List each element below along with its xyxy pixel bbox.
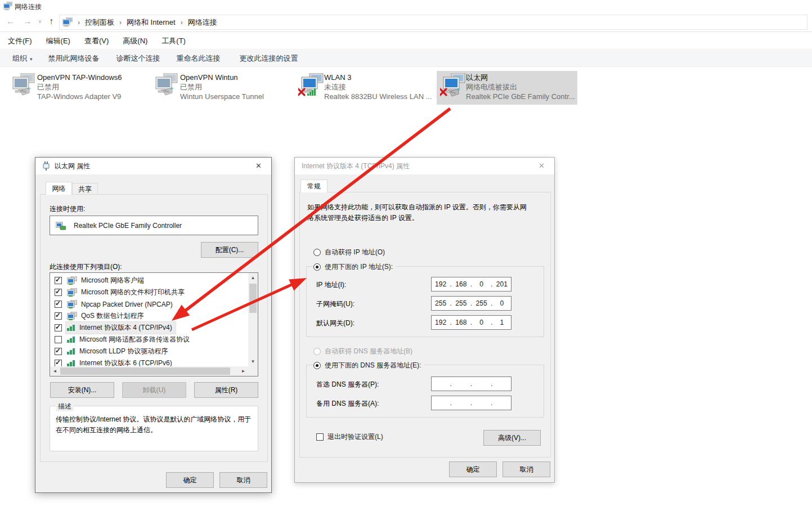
breadcrumb-network-connections[interactable]: 网络连接 bbox=[188, 17, 217, 28]
change-settings-button[interactable]: 更改此连接的设置 bbox=[240, 53, 298, 64]
subnet-mask-field[interactable]: 255.255.255.0 bbox=[431, 296, 512, 311]
adapter-device: Realtek 8832BU Wireless LAN ... bbox=[324, 92, 432, 101]
adapter-disabled-icon bbox=[151, 71, 180, 105]
checkbox[interactable] bbox=[316, 433, 324, 441]
advanced-button[interactable]: 高级(V)... bbox=[483, 430, 541, 446]
tab-general[interactable]: 常规 bbox=[300, 180, 328, 192]
tab-sharing[interactable]: 共享 bbox=[72, 183, 98, 195]
checkbox[interactable] bbox=[55, 277, 62, 284]
vertical-scrollbar[interactable]: ▲ ▼ bbox=[248, 273, 258, 366]
close-icon[interactable]: ✕ bbox=[246, 158, 271, 174]
ok-button[interactable]: 确定 bbox=[449, 461, 497, 477]
checkbox[interactable] bbox=[55, 360, 62, 366]
rename-connection-button[interactable]: 重命名此连接 bbox=[177, 53, 221, 64]
preferred-dns-field[interactable]: ... bbox=[431, 376, 512, 391]
cancel-button[interactable]: 取消 bbox=[503, 461, 550, 477]
scrollbar-thumb[interactable] bbox=[60, 367, 230, 375]
dialog-titlebar: Internet 协议版本 4 (TCP/IPv4) 属性 bbox=[295, 158, 554, 174]
scroll-left-icon[interactable]: ◄ bbox=[50, 366, 60, 376]
adapter-openvpn-wintun[interactable]: OpenVPN Wintun 已禁用 Wintun Userspace Tunn… bbox=[151, 71, 291, 105]
adapter-device: TAP-Windows Adapter V9 bbox=[37, 92, 122, 101]
cancel-button[interactable]: 取消 bbox=[219, 472, 267, 488]
diagnose-connection-button[interactable]: 诊断这个连接 bbox=[116, 53, 160, 64]
menu-edit[interactable]: 编辑(E) bbox=[44, 35, 73, 47]
install-button[interactable]: 安装(N)... bbox=[50, 382, 114, 398]
menu-advanced[interactable]: 高级(N) bbox=[120, 35, 150, 47]
radio-icon[interactable] bbox=[313, 362, 321, 369]
ok-button[interactable]: 确定 bbox=[166, 472, 214, 488]
horizontal-scrollbar[interactable]: ◄ ► bbox=[50, 366, 248, 376]
list-item[interactable]: Microsoft 网络的文件和打印机共享 bbox=[50, 286, 248, 298]
ip-address-field[interactable]: 192.168.0.201 bbox=[431, 277, 512, 292]
uninstall-button: 卸载(U) bbox=[122, 382, 186, 398]
alternate-dns-label: 备用 DNS 服务器(A): bbox=[316, 399, 379, 409]
radio-auto-ip[interactable]: 自动获得 IP 地址(O) bbox=[313, 248, 385, 257]
radio-icon[interactable] bbox=[313, 263, 321, 271]
intro-text: 如果网络支持此功能，则可以获取自动指派的 IP 设置。否则，你需要从网络系统管理… bbox=[307, 202, 532, 223]
adapter-status: 网络电缆被拔出 bbox=[466, 82, 575, 92]
adapter-wlan3[interactable]: WLAN 3 未连接 Realtek 8832BU Wireless LAN .… bbox=[295, 71, 436, 105]
adapter-name: OpenVPN Wintun bbox=[180, 73, 264, 82]
list-item[interactable]: Microsoft 网络客户端 bbox=[50, 275, 248, 286]
checkbox[interactable] bbox=[55, 289, 62, 296]
description-label: 描述 bbox=[56, 402, 74, 411]
scroll-right-icon[interactable]: ► bbox=[239, 366, 248, 376]
organize-dropdown[interactable]: 组织 bbox=[12, 53, 33, 64]
dialog-titlebar: 以太网 属性 bbox=[35, 158, 271, 174]
checkbox[interactable] bbox=[55, 348, 62, 355]
tab-network[interactable]: 网络 bbox=[46, 182, 72, 195]
network-client-icon bbox=[67, 276, 77, 285]
validate-settings-checkbox[interactable]: 退出时验证设置(L) bbox=[316, 432, 383, 442]
scroll-up-icon[interactable]: ▲ bbox=[248, 273, 258, 283]
checkbox[interactable] bbox=[55, 312, 62, 320]
adapter-openvpn-tap[interactable]: OpenVPN TAP-Windows6 已禁用 TAP-Windows Ada… bbox=[8, 71, 149, 105]
menu-file[interactable]: 文件(F) bbox=[6, 35, 34, 47]
breadcrumb-control-panel[interactable]: 控制面板 bbox=[85, 17, 114, 28]
address-bar[interactable]: › 控制面板 › 网络和 Internet › 网络连接 bbox=[59, 15, 807, 30]
protocol-icon bbox=[67, 360, 75, 366]
checkbox[interactable] bbox=[55, 301, 62, 308]
list-item-ipv4[interactable]: Internet 协议版本 4 (TCP/IPv4) bbox=[50, 322, 248, 334]
menu-tools[interactable]: 工具(T) bbox=[159, 35, 188, 47]
breadcrumb-network-internet[interactable]: 网络和 Internet bbox=[127, 17, 176, 28]
breadcrumb-chevron-icon: › bbox=[176, 19, 188, 26]
radio-use-ip[interactable]: 使用下面的 IP 地址(S): bbox=[313, 262, 396, 272]
back-button[interactable]: ← bbox=[5, 16, 17, 26]
protocol-icon bbox=[67, 336, 75, 343]
adapter-disabled-icon bbox=[8, 71, 37, 105]
network-client-icon bbox=[67, 300, 77, 308]
checkbox[interactable] bbox=[55, 336, 62, 343]
items-label: 此连接使用下列项目(O): bbox=[50, 262, 122, 272]
scrollbar-thumb[interactable] bbox=[249, 284, 257, 313]
default-gateway-field[interactable]: 192.168.0.1 bbox=[431, 315, 512, 330]
close-icon[interactable]: ✕ bbox=[529, 158, 554, 174]
up-button[interactable]: ↑ bbox=[45, 16, 57, 26]
preferred-dns-label: 首选 DNS 服务器(P): bbox=[316, 380, 379, 389]
scroll-down-icon[interactable]: ▼ bbox=[248, 357, 258, 366]
forward-button[interactable]: → bbox=[21, 16, 34, 26]
disable-device-button[interactable]: 禁用此网络设备 bbox=[48, 53, 100, 64]
ip-address-label: IP 地址(I): bbox=[316, 280, 346, 290]
configure-button[interactable]: 配置(C)... bbox=[201, 242, 258, 258]
recent-pages-chevron-icon[interactable]: ˅ bbox=[38, 19, 42, 25]
alternate-dns-field[interactable]: ... bbox=[431, 396, 512, 410]
list-item[interactable]: Internet 协议版本 6 (TCP/IPv6) bbox=[50, 357, 248, 366]
properties-button[interactable]: 属性(R) bbox=[194, 382, 258, 398]
adapter-ethernet[interactable]: 以太网 网络电缆被拔出 Realtek PCIe GbE Family Cont… bbox=[437, 71, 577, 105]
adapter-field: Realtek PCIe GbE Family Controller bbox=[50, 216, 258, 235]
list-item[interactable]: QoS 数据包计划程序 bbox=[50, 310, 248, 322]
network-client-icon bbox=[67, 288, 77, 297]
dialog-title: Internet 协议版本 4 (TCP/IPv4) 属性 bbox=[302, 162, 410, 171]
radio-use-dns[interactable]: 使用下面的 DNS 服务器地址(E): bbox=[313, 361, 424, 370]
menu-view[interactable]: 查看(V) bbox=[82, 35, 111, 47]
list-item[interactable]: Microsoft 网络适配器多路传送器协议 bbox=[50, 334, 248, 346]
list-item[interactable]: Npcap Packet Driver (NPCAP) bbox=[50, 298, 248, 310]
adapter-status: 已禁用 bbox=[180, 82, 264, 92]
protocol-icon bbox=[67, 324, 75, 331]
radio-icon[interactable] bbox=[313, 249, 321, 256]
subnet-mask-label: 子网掩码(U): bbox=[316, 299, 355, 309]
list-item[interactable]: Microsoft LLDP 协议驱动程序 bbox=[50, 346, 248, 357]
checkbox[interactable] bbox=[55, 324, 62, 331]
radio-icon bbox=[313, 348, 321, 355]
default-gateway-label: 默认网关(D): bbox=[316, 319, 355, 328]
